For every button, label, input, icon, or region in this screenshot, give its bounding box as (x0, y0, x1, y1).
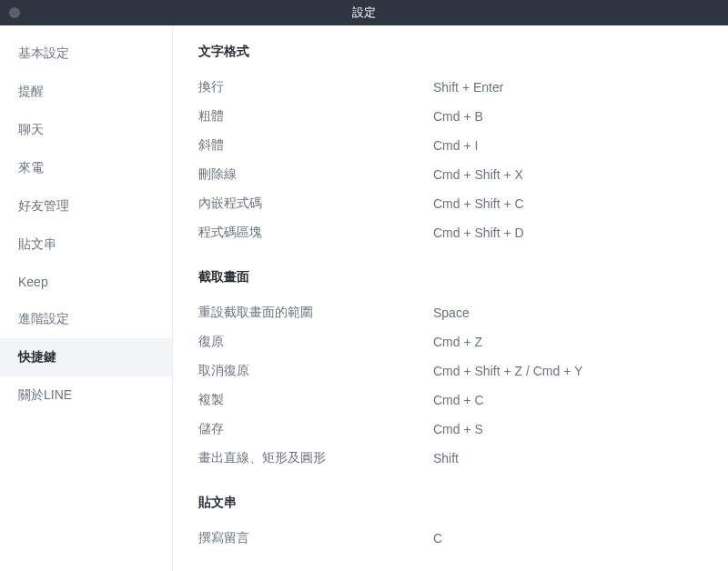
window-control-dot[interactable] (9, 7, 20, 18)
shortcut-row: 取消復原Cmd + Shift + Z / Cmd + Y (198, 356, 703, 386)
titlebar: 設定 (0, 0, 728, 25)
sidebar-item-label: 提醒 (18, 84, 44, 98)
sidebar-item-basic[interactable]: 基本設定 (0, 35, 172, 73)
shortcut-row: 畫出直線、矩形及圓形Shift (198, 444, 703, 473)
shortcut-label: 程式碼區塊 (198, 225, 433, 241)
sidebar-item-chat[interactable]: 聊天 (0, 111, 172, 149)
sidebar-item-friends[interactable]: 好友管理 (0, 187, 172, 225)
shortcut-label: 復原 (198, 334, 433, 350)
sidebar-item-label: 基本設定 (18, 45, 69, 60)
sidebar-item-notifications[interactable]: 提醒 (0, 73, 172, 111)
sidebar-item-label: 聊天 (18, 122, 44, 136)
shortcut-label: 粗體 (198, 108, 433, 125)
shortcut-row: 斜體Cmd + I (198, 131, 703, 160)
shortcut-label: 換行 (198, 79, 433, 95)
shortcut-row: 復原Cmd + Z (198, 327, 703, 356)
shortcut-row: 儲存Cmd + S (198, 415, 703, 444)
sidebar-item-about[interactable]: 關於LINE (0, 376, 172, 415)
shortcut-label: 重設截取畫面的範圍 (198, 305, 433, 321)
shortcut-label: 畫出直線、矩形及圓形 (198, 450, 433, 466)
section-title-screenshot: 截取畫面 (198, 269, 703, 286)
shortcut-label: 斜體 (198, 137, 433, 154)
window-title: 設定 (352, 5, 376, 21)
sidebar-item-label: 進階設定 (18, 311, 69, 326)
shortcut-row: 撰寫留言C (198, 524, 703, 553)
sidebar-item-keep[interactable]: Keep (0, 264, 172, 300)
sidebar-item-label: 來電 (18, 160, 44, 175)
sidebar-item-calls[interactable]: 來電 (0, 149, 172, 187)
shortcut-row: 粗體Cmd + B (198, 102, 703, 131)
shortcut-value: Cmd + Z (433, 335, 703, 349)
sidebar-item-label: 關於LINE (18, 387, 72, 402)
shortcut-row: 重設截取畫面的範圍Space (198, 298, 703, 327)
shortcut-row: 刪除線Cmd + Shift + X (198, 160, 703, 189)
settings-content: 文字格式 換行Shift + Enter 粗體Cmd + B 斜體Cmd + I… (173, 25, 728, 571)
settings-sidebar: 基本設定 提醒 聊天 來電 好友管理 貼文串 Keep 進階設定 快捷鍵 關於L… (0, 25, 173, 571)
sidebar-item-label: 快捷鍵 (18, 349, 56, 364)
shortcut-row: 複製Cmd + C (198, 386, 703, 415)
shortcut-value: C (433, 531, 703, 546)
shortcut-value: Cmd + Shift + D (433, 225, 703, 240)
shortcut-value: Cmd + Shift + X (433, 167, 703, 182)
shortcut-label: 儲存 (198, 421, 433, 437)
shortcut-value: Cmd + I (433, 138, 703, 153)
shortcut-row: 內嵌程式碼Cmd + Shift + C (198, 189, 703, 218)
shortcut-label: 複製 (198, 392, 433, 408)
shortcut-value: Cmd + C (433, 393, 703, 407)
shortcut-label: 刪除線 (198, 166, 433, 183)
shortcut-value: Cmd + S (433, 422, 703, 436)
shortcut-value: Cmd + B (433, 109, 703, 124)
shortcut-value: Cmd + Shift + C (433, 196, 703, 211)
shortcut-row: 換行Shift + Enter (198, 73, 703, 102)
shortcut-label: 內嵌程式碼 (198, 195, 433, 212)
shortcut-label: 取消復原 (198, 363, 433, 379)
sidebar-item-advanced[interactable]: 進階設定 (0, 300, 172, 338)
sidebar-item-label: 貼文串 (18, 236, 56, 251)
sidebar-item-label: 好友管理 (18, 198, 69, 213)
section-title-posts: 貼文串 (198, 495, 703, 511)
sidebar-item-shortcuts[interactable]: 快捷鍵 (0, 338, 172, 376)
shortcut-label: 撰寫留言 (198, 530, 433, 546)
shortcut-value: Cmd + Shift + Z / Cmd + Y (433, 364, 703, 378)
section-title-text-format: 文字格式 (198, 44, 703, 60)
shortcut-value: Shift + Enter (433, 80, 703, 95)
sidebar-item-label: Keep (18, 275, 48, 289)
shortcut-value: Shift (433, 451, 703, 466)
sidebar-item-timeline[interactable]: 貼文串 (0, 225, 172, 264)
shortcut-row: 程式碼區塊Cmd + Shift + D (198, 218, 703, 247)
shortcut-value: Space (433, 306, 703, 320)
